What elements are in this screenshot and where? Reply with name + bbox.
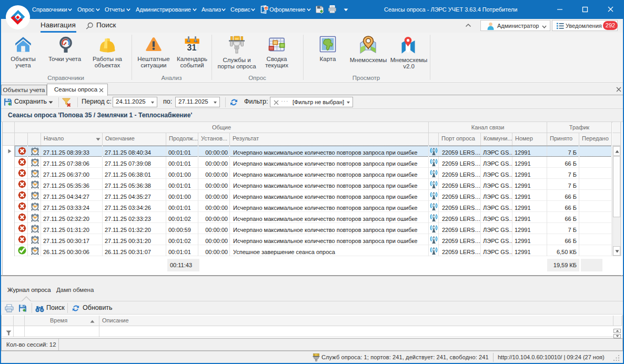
svg-text:31: 31 <box>187 43 197 52</box>
